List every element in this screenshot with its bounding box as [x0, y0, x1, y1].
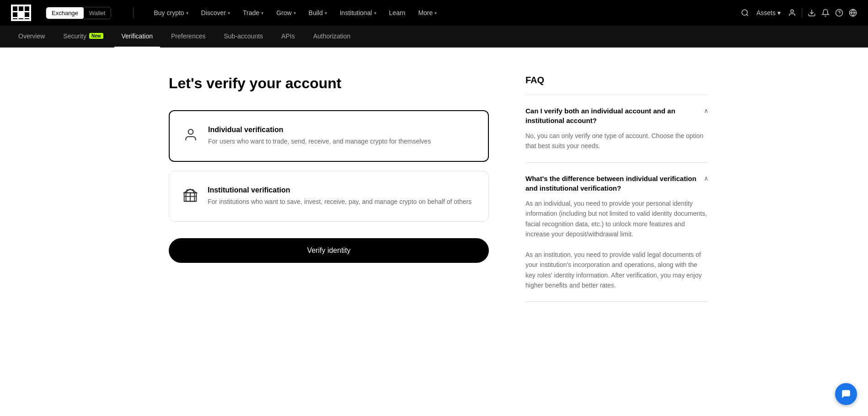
individual-verification-card[interactable]: Individual verification For users who wa… [169, 110, 489, 162]
download-icon [808, 9, 816, 17]
logo-box [11, 5, 31, 21]
individual-card-content: Individual verification For users who wa… [208, 126, 431, 146]
logo-icon [13, 6, 29, 19]
nav-more[interactable]: More ▾ [413, 5, 442, 20]
faq-title: FAQ [525, 75, 708, 85]
subnav-apis[interactable]: APIs [274, 26, 302, 48]
exchange-wallet-toggle[interactable]: Exchange Wallet [46, 7, 111, 19]
chevron-down-icon: ▾ [325, 11, 327, 16]
page-title: Let's verify your account [169, 75, 489, 92]
subnav-preferences[interactable]: Preferences [164, 26, 213, 48]
individual-icon [182, 127, 199, 143]
search-button[interactable] [741, 9, 749, 17]
svg-rect-0 [13, 6, 17, 11]
exchange-tab[interactable]: Exchange [46, 7, 84, 19]
help-icon [835, 9, 843, 17]
logo [11, 5, 31, 21]
left-section: Let's verify your account Individual ver… [169, 75, 489, 313]
faq-answer-2: As an individual, you need to provide yo… [525, 198, 708, 291]
nav-right: Assets ▾ [741, 8, 857, 17]
nav-right-icons [788, 8, 857, 17]
svg-rect-3 [13, 12, 17, 17]
building-card-icon [183, 188, 198, 203]
help-button[interactable] [835, 9, 843, 17]
search-icon [741, 9, 749, 17]
chevron-down-icon: ▾ [434, 11, 437, 16]
subnav-authorization[interactable]: Authorization [306, 26, 358, 48]
chevron-down-icon: ▾ [261, 11, 263, 16]
nav-items: Buy crypto ▾ Discover ▾ Trade ▾ Grow ▾ B… [148, 5, 730, 20]
svg-point-9 [791, 10, 793, 12]
svg-rect-6 [19, 18, 23, 19]
subnav-subaccounts[interactable]: Sub-accounts [216, 26, 270, 48]
chevron-down-icon: ▾ [374, 11, 376, 16]
sub-nav: Overview Security New Verification Prefe… [0, 26, 868, 48]
faq-question-1: Can I verify both an individual account … [525, 106, 698, 125]
profile-button[interactable] [788, 9, 796, 17]
nav-buy-crypto[interactable]: Buy crypto ▾ [148, 5, 193, 20]
individual-card-desc: For users who want to trade, send, recei… [208, 137, 431, 146]
assets-button[interactable]: Assets ▾ [756, 9, 781, 16]
chevron-down-icon: ▾ [228, 11, 230, 16]
chevron-down-icon: ▾ [294, 11, 296, 16]
nav-grow[interactable]: Grow ▾ [271, 5, 301, 20]
institutional-verification-card[interactable]: Institutional verification For instituti… [169, 171, 489, 222]
nav-divider [133, 7, 134, 18]
svg-point-15 [188, 129, 193, 134]
verify-identity-button[interactable]: Verify identity [169, 238, 489, 263]
subnav-overview[interactable]: Overview [11, 26, 52, 48]
faq-chevron-2: ∧ [704, 175, 708, 182]
institutional-card-title: Institutional verification [208, 186, 472, 194]
download-button[interactable] [808, 9, 816, 17]
faq-question-row-2[interactable]: What's the difference between individual… [525, 174, 708, 193]
chevron-down-icon: ▾ [777, 9, 781, 16]
user-card-icon [183, 128, 198, 142]
institutional-icon [182, 187, 198, 203]
subnav-verification[interactable]: Verification [114, 26, 160, 48]
svg-rect-5 [13, 18, 17, 19]
institutional-card-content: Institutional verification For instituti… [208, 186, 472, 207]
faq-question-row-1[interactable]: Can I verify both an individual account … [525, 106, 708, 125]
svg-rect-2 [25, 6, 29, 11]
notification-button[interactable] [821, 9, 830, 17]
nav-learn[interactable]: Learn [384, 5, 411, 20]
faq-section: FAQ Can I verify both an individual acco… [525, 75, 708, 313]
faq-item-2: What's the difference between individual… [525, 174, 708, 302]
faq-divider [525, 95, 708, 95]
nav-build[interactable]: Build ▾ [303, 5, 332, 20]
bell-icon [821, 9, 830, 17]
main-content: Let's verify your account Individual ver… [114, 48, 754, 331]
globe-icon [849, 9, 857, 17]
faq-chevron-1: ∧ [704, 107, 708, 114]
subnav-security[interactable]: Security New [56, 26, 110, 48]
individual-card-title: Individual verification [208, 126, 431, 134]
svg-rect-1 [19, 6, 23, 11]
chevron-down-icon: ▾ [186, 11, 188, 16]
nav-discover[interactable]: Discover ▾ [196, 5, 236, 20]
nav-trade[interactable]: Trade ▾ [237, 5, 269, 20]
svg-rect-4 [25, 12, 29, 17]
wallet-tab[interactable]: Wallet [84, 7, 111, 19]
svg-point-8 [742, 10, 747, 15]
user-icon [788, 9, 796, 17]
faq-item-1: Can I verify both an individual account … [525, 106, 708, 163]
svg-rect-7 [25, 18, 29, 19]
faq-answer-1: No, you can only verify one type of acco… [525, 131, 708, 151]
nav-institutional[interactable]: Institutional ▾ [334, 5, 382, 20]
institutional-card-desc: For institutions who want to save, inves… [208, 197, 472, 207]
globe-button[interactable] [849, 9, 857, 17]
faq-question-2: What's the difference between individual… [525, 174, 698, 193]
icon-divider [802, 8, 802, 17]
new-badge: New [89, 33, 103, 39]
top-nav: Exchange Wallet Buy crypto ▾ Discover ▾ … [0, 0, 868, 26]
